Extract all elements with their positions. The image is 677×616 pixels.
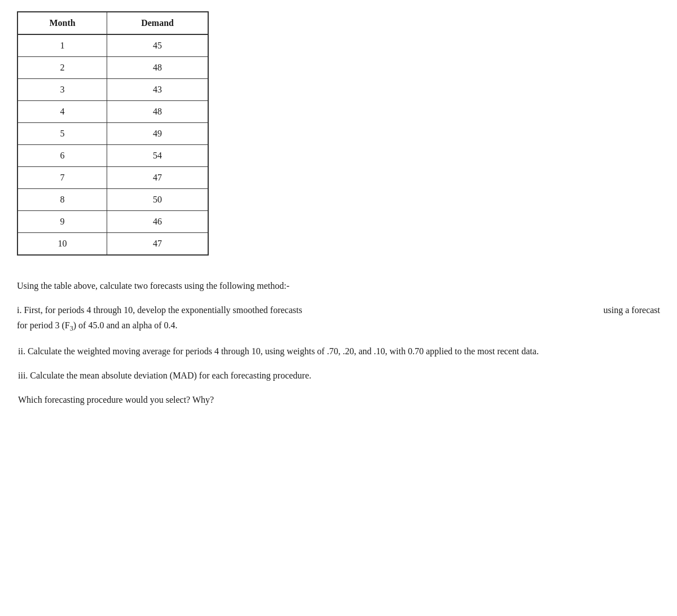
instruction-ii: ii. Calculate the weighted moving averag… (17, 344, 660, 359)
intro-text: Using the table above, calculate two for… (17, 278, 660, 293)
table-row: 946 (17, 211, 208, 233)
using-forecast-label: using a forecast (604, 302, 660, 318)
cell-month: 5 (17, 123, 107, 145)
table-row: 343 (17, 79, 208, 101)
cell-demand: 45 (107, 34, 208, 57)
instructions-section: Using the table above, calculate two for… (17, 278, 660, 408)
part-iii-line1: iii. Calculate the mean absolute deviati… (18, 368, 660, 383)
part-iii-line2: Which forecasting procedure would you se… (18, 392, 660, 407)
instruction-i: using a forecast i. First, for periods 4… (17, 302, 660, 335)
cell-month: 1 (17, 34, 107, 57)
part-i-prefix: i. First, for periods 4 through 10, deve… (17, 305, 302, 315)
cell-demand: 46 (107, 211, 208, 233)
part-i-end: ) of 45.0 and an alpha of 0.4. (73, 320, 178, 330)
cell-month: 6 (17, 145, 107, 167)
table-row: 1047 (17, 233, 208, 256)
table-row: 654 (17, 145, 208, 167)
cell-month: 10 (17, 233, 107, 256)
table-row: 145 (17, 34, 208, 57)
cell-demand: 48 (107, 57, 208, 79)
cell-demand: 54 (107, 145, 208, 167)
column-header-demand: Demand (107, 12, 208, 34)
table-row: 248 (17, 57, 208, 79)
table-row: 747 (17, 167, 208, 189)
instruction-iii: iii. Calculate the mean absolute deviati… (17, 368, 660, 407)
cell-demand: 48 (107, 101, 208, 123)
cell-demand: 43 (107, 79, 208, 101)
cell-demand: 49 (107, 123, 208, 145)
data-table: Month Demand 145248343448549654747850946… (17, 11, 209, 256)
cell-month: 9 (17, 211, 107, 233)
table-section: Month Demand 145248343448549654747850946… (17, 11, 660, 256)
cell-month: 2 (17, 57, 107, 79)
table-row: 850 (17, 189, 208, 211)
table-row: 549 (17, 123, 208, 145)
cell-demand: 47 (107, 233, 208, 256)
cell-month: 7 (17, 167, 107, 189)
cell-month: 8 (17, 189, 107, 211)
table-row: 448 (17, 101, 208, 123)
cell-month: 4 (17, 101, 107, 123)
part-i-suffix: for period 3 (F (17, 320, 70, 330)
column-header-month: Month (17, 12, 107, 34)
cell-month: 3 (17, 79, 107, 101)
cell-demand: 50 (107, 189, 208, 211)
page-container: Month Demand 145248343448549654747850946… (17, 11, 660, 408)
cell-demand: 47 (107, 167, 208, 189)
